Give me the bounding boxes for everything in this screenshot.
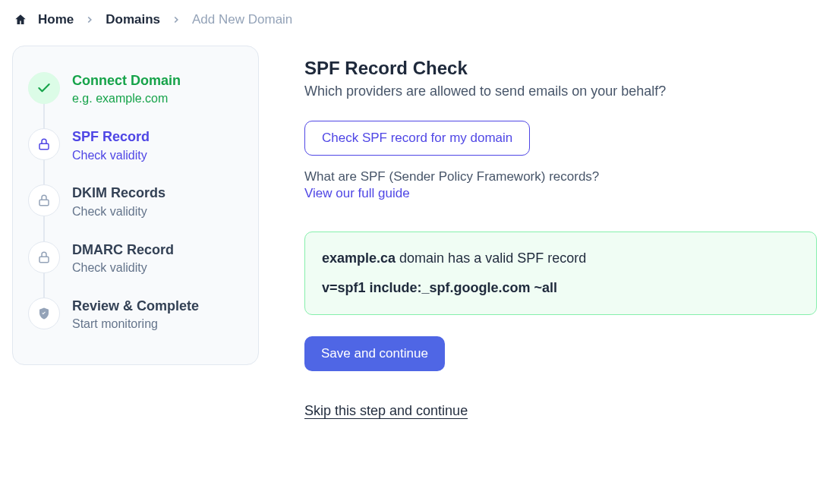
step-review-complete[interactable]: Review & Complete Start monitoring — [28, 287, 243, 343]
step-subtitle: Check validity — [72, 148, 150, 164]
step-title: Connect Domain — [72, 72, 181, 90]
step-subtitle: Check validity — [72, 260, 174, 276]
spf-result-message: example.ca domain has a valid SPF record — [322, 250, 799, 266]
lock-icon — [28, 241, 60, 273]
spf-result-text: domain has a valid SPF record — [396, 250, 586, 266]
check-icon — [28, 72, 60, 104]
main-content: SPF Record Check Which providers are all… — [304, 46, 817, 419]
breadcrumb: Home Domains Add New Domain — [12, 12, 817, 27]
breadcrumb-home[interactable]: Home — [38, 12, 74, 27]
spf-result-domain: example.ca — [322, 250, 396, 266]
svg-rect-2 — [39, 257, 49, 263]
breadcrumb-domains[interactable]: Domains — [106, 12, 160, 27]
step-spf-record[interactable]: SPF Record Check validity — [28, 118, 243, 174]
help-text: What are SPF (Sender Policy Framework) r… — [304, 169, 817, 184]
breadcrumb-current: Add New Domain — [192, 12, 292, 27]
home-icon — [14, 13, 27, 27]
page-title: SPF Record Check — [304, 58, 817, 79]
lock-icon — [28, 128, 60, 160]
step-title: Review & Complete — [72, 298, 199, 315]
check-spf-button[interactable]: Check SPF record for my domain — [304, 121, 530, 156]
step-subtitle: e.g. example.com — [72, 91, 181, 107]
svg-rect-1 — [39, 200, 49, 206]
save-continue-button[interactable]: Save and continue — [304, 336, 445, 371]
svg-rect-0 — [39, 143, 49, 150]
spf-record-value: v=spf1 include:_spf.google.com ~all — [322, 280, 799, 296]
step-subtitle: Check validity — [72, 204, 165, 220]
lock-icon — [28, 184, 60, 216]
step-subtitle: Start monitoring — [72, 317, 199, 332]
help-guide-link[interactable]: View our full guide — [304, 186, 410, 201]
step-dkim-records[interactable]: DKIM Records Check validity — [28, 174, 243, 230]
shield-icon — [28, 298, 60, 329]
chevron-right-icon — [171, 14, 181, 25]
step-title: SPF Record — [72, 128, 150, 146]
step-title: DKIM Records — [72, 184, 165, 202]
chevron-right-icon — [84, 14, 95, 25]
page-subtitle: Which providers are allowed to send emai… — [304, 83, 817, 99]
wizard-sidebar: Connect Domain e.g. example.com SPF Reco… — [12, 46, 259, 365]
step-dmarc-record[interactable]: DMARC Record Check validity — [28, 231, 243, 287]
step-title: DMARC Record — [72, 241, 174, 259]
step-connect-domain[interactable]: Connect Domain e.g. example.com — [28, 61, 243, 118]
spf-result-box: example.ca domain has a valid SPF record… — [304, 232, 817, 315]
skip-step-link[interactable]: Skip this step and continue — [304, 403, 468, 418]
